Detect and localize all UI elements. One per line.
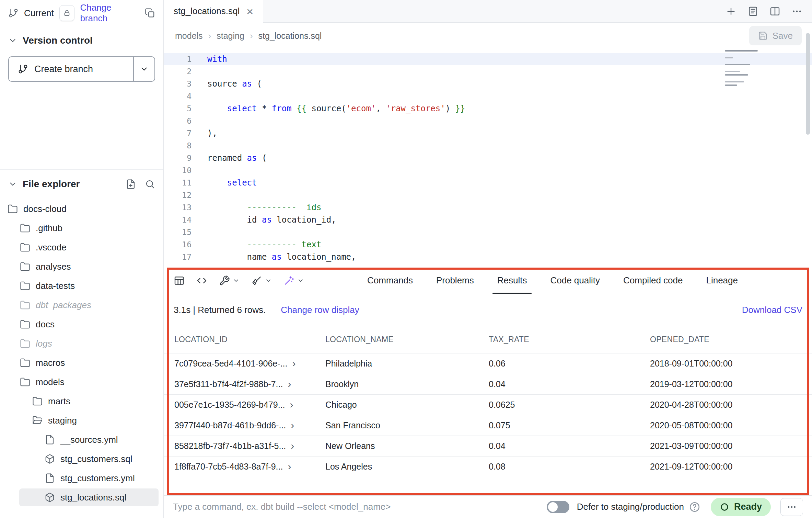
code-line-16[interactable]: 16 ---------- text: [164, 238, 812, 251]
code-area: 1with23source as (45 select * from {{ so…: [164, 53, 812, 263]
file-tree-item-staging[interactable]: staging: [0, 411, 163, 430]
code-line-14[interactable]: 14 id as location_id,: [164, 214, 812, 226]
chevron-down-icon: [8, 36, 17, 45]
code-line-5[interactable]: 5 select * from {{ source('ecom', 'raw_s…: [164, 102, 812, 115]
column-header-tax_rate: TAX_RATE: [489, 326, 650, 353]
tab-stg-locations-sql[interactable]: stg_locations.sql ×: [164, 0, 263, 23]
format-menu-button[interactable]: [251, 275, 272, 286]
more-options-icon[interactable]: [791, 6, 802, 17]
format-broom-icon: [251, 275, 262, 286]
file-tree-item-macros[interactable]: macros: [0, 353, 163, 372]
code-line-9[interactable]: 9renamed as (: [164, 152, 812, 164]
panel-tab-problems[interactable]: Problems: [425, 267, 486, 294]
more-actions-button[interactable]: [780, 498, 803, 516]
file-explorer-header[interactable]: File explorer: [0, 170, 163, 193]
close-tab-icon[interactable]: ×: [246, 5, 253, 17]
copy-icon[interactable]: [145, 8, 155, 18]
file-tree-item-stg_customers.yml[interactable]: stg_customers.yml: [0, 469, 163, 488]
code-line-4[interactable]: 4: [164, 90, 812, 102]
create-branch-button[interactable]: Create branch: [8, 56, 155, 82]
expand-cell-icon[interactable]: ›: [290, 399, 293, 410]
new-tab-icon[interactable]: [726, 6, 736, 17]
build-menu-button[interactable]: [219, 275, 240, 286]
code-line-17[interactable]: 17 name as location_name,: [164, 251, 812, 263]
ai-assist-menu-button[interactable]: [283, 275, 304, 286]
file-name: analyses: [36, 261, 71, 272]
file-tree-item-docs[interactable]: docs: [0, 315, 163, 334]
defer-toggle[interactable]: [547, 501, 569, 513]
editor-scrollbar[interactable]: [806, 33, 810, 135]
location-name: Philadelphia: [325, 353, 489, 374]
table-row[interactable]: 3977f440-b87d-461b-9dd6-...›San Francisc…: [164, 415, 812, 436]
expand-cell-icon[interactable]: ›: [292, 358, 295, 369]
file-name: .vscode: [36, 242, 67, 253]
panel-tab-lineage[interactable]: Lineage: [694, 267, 750, 294]
save-button[interactable]: Save: [749, 26, 802, 45]
location-id: 3977f440-b87d-461b-9dd6-...: [174, 420, 286, 430]
code-line-10[interactable]: 10: [164, 164, 812, 177]
table-row[interactable]: 37e5f311-b7f4-4f2f-988b-7...›Brooklyn0.0…: [164, 374, 812, 394]
file-tree-item-.github[interactable]: .github: [0, 218, 163, 238]
create-branch-dropdown[interactable]: [133, 57, 154, 81]
expand-cell-icon[interactable]: ›: [288, 461, 291, 472]
code-line-2[interactable]: 2: [164, 65, 812, 78]
results-grid-button[interactable]: [174, 275, 185, 286]
editor-tab-bar: stg_locations.sql ×: [164, 0, 812, 23]
code-line-7[interactable]: 7),: [164, 127, 812, 139]
file-tree-item-analyses[interactable]: analyses: [0, 257, 163, 276]
panel-tab-compiled-code[interactable]: Compiled code: [612, 267, 694, 294]
code-line-15[interactable]: 15: [164, 226, 812, 238]
file-tree-item-.vscode[interactable]: .vscode: [0, 238, 163, 257]
code-line-12[interactable]: 12: [164, 189, 812, 201]
file-name: staging: [48, 415, 77, 426]
code-line-8[interactable]: 8: [164, 139, 812, 152]
query-summary: 3.1s | Returned 6 rows.: [174, 305, 266, 315]
save-label: Save: [773, 31, 793, 41]
change-row-display-link[interactable]: Change row display: [281, 305, 359, 315]
code-line-6[interactable]: 6: [164, 115, 812, 127]
table-row[interactable]: 7c079cea-5ed4-4101-906e-...›Philadelphia…: [164, 353, 812, 374]
file-tree-item-models[interactable]: models: [0, 372, 163, 392]
expand-cell-icon[interactable]: ›: [288, 379, 291, 389]
panel-tab-results[interactable]: Results: [486, 267, 539, 294]
file-tree-item-__sources.yml[interactable]: __sources.yml: [0, 430, 163, 449]
minimap[interactable]: [725, 49, 770, 86]
help-icon[interactable]: [689, 501, 700, 513]
expand-cell-icon[interactable]: ›: [291, 420, 294, 430]
expand-cell-icon[interactable]: ›: [291, 441, 294, 451]
status-badge[interactable]: Ready: [711, 498, 771, 516]
code-line-1[interactable]: 1with: [164, 53, 812, 65]
location-name: San Francisco: [325, 415, 489, 436]
change-branch-link[interactable]: Change branch: [80, 2, 139, 24]
code-line-13[interactable]: 13 ---------- ids: [164, 201, 812, 214]
version-control-header[interactable]: Version control: [0, 26, 163, 49]
command-input[interactable]: [173, 502, 543, 512]
file-tree-item-dbt_packages[interactable]: dbt_packages: [0, 295, 163, 315]
file-name: .github: [36, 223, 62, 234]
results-table: LOCATION_IDLOCATION_NAMETAX_RATEOPENED_D…: [164, 326, 812, 477]
file-tree-item-stg_locations.sql[interactable]: stg_locations.sql: [0, 488, 163, 507]
opened-date: 2020-05-08T00:00:00: [650, 415, 812, 436]
code-line-11[interactable]: 11 select: [164, 177, 812, 189]
new-file-icon[interactable]: [126, 179, 136, 189]
code-line-3[interactable]: 3source as (: [164, 78, 812, 90]
file-name: logs: [36, 338, 52, 349]
table-row[interactable]: 858218fb-73f7-4b1b-a31f-5...›New Orleans…: [164, 436, 812, 456]
file-tree-item-logs[interactable]: logs: [0, 334, 163, 353]
changelog-icon[interactable]: [747, 6, 758, 17]
download-csv-link[interactable]: Download CSV: [742, 305, 802, 315]
panel-tab-code-quality[interactable]: Code quality: [538, 267, 612, 294]
code-view-button[interactable]: [196, 275, 207, 286]
file-tree-item-marts[interactable]: marts: [0, 392, 163, 411]
file-tree-item-data-tests[interactable]: data-tests: [0, 276, 163, 295]
split-editor-icon[interactable]: [769, 6, 780, 17]
search-icon[interactable]: [145, 179, 155, 189]
code-editor[interactable]: 1with23source as (45 select * from {{ so…: [164, 49, 812, 267]
column-header-opened_date: OPENED_DATE: [650, 326, 812, 353]
table-row[interactable]: 1f8ffa70-7cb5-4d83-8a7f-9...›Los Angeles…: [164, 456, 812, 477]
file-tree-item-stg_customers.sql[interactable]: stg_customers.sql: [0, 449, 163, 469]
panel-tab-commands[interactable]: Commands: [356, 267, 425, 294]
file-name: models: [36, 377, 65, 387]
file-tree-item-docs-cloud[interactable]: docs-cloud: [0, 199, 163, 218]
table-row[interactable]: 005e7e1c-1935-4269-b479...›Chicago0.0625…: [164, 394, 812, 415]
